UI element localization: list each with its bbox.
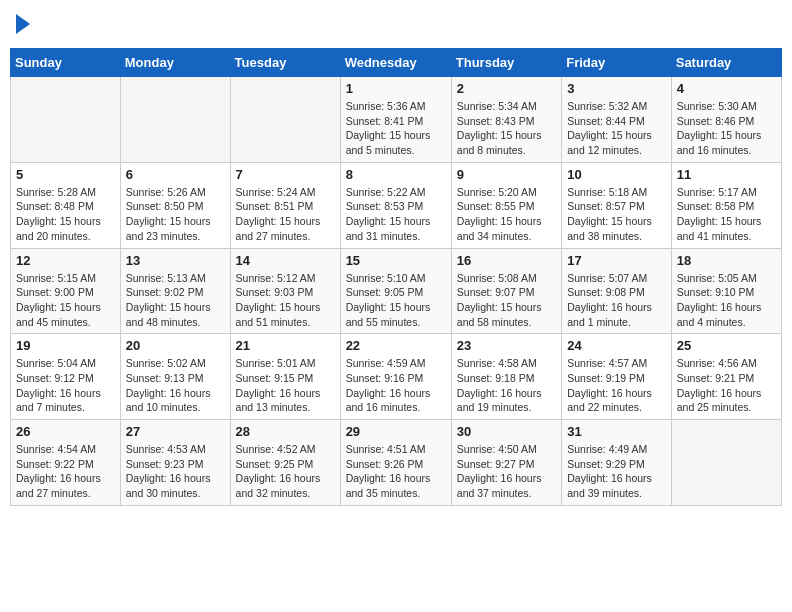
page-header	[10, 10, 782, 40]
weekday-header-saturday: Saturday	[671, 49, 781, 77]
day-info: Sunrise: 5:01 AM Sunset: 9:15 PM Dayligh…	[236, 356, 335, 415]
day-info: Sunrise: 4:51 AM Sunset: 9:26 PM Dayligh…	[346, 442, 446, 501]
day-info: Sunrise: 4:57 AM Sunset: 9:19 PM Dayligh…	[567, 356, 666, 415]
day-info: Sunrise: 5:30 AM Sunset: 8:46 PM Dayligh…	[677, 99, 776, 158]
day-info: Sunrise: 5:15 AM Sunset: 9:00 PM Dayligh…	[16, 271, 115, 330]
calendar-cell: 31Sunrise: 4:49 AM Sunset: 9:29 PM Dayli…	[562, 420, 672, 506]
day-number: 26	[16, 424, 115, 439]
day-info: Sunrise: 4:52 AM Sunset: 9:25 PM Dayligh…	[236, 442, 335, 501]
calendar-cell: 25Sunrise: 4:56 AM Sunset: 9:21 PM Dayli…	[671, 334, 781, 420]
calendar-week-row: 5Sunrise: 5:28 AM Sunset: 8:48 PM Daylig…	[11, 162, 782, 248]
day-info: Sunrise: 4:56 AM Sunset: 9:21 PM Dayligh…	[677, 356, 776, 415]
calendar-cell: 17Sunrise: 5:07 AM Sunset: 9:08 PM Dayli…	[562, 248, 672, 334]
calendar-cell: 15Sunrise: 5:10 AM Sunset: 9:05 PM Dayli…	[340, 248, 451, 334]
day-number: 8	[346, 167, 446, 182]
weekday-header-wednesday: Wednesday	[340, 49, 451, 77]
day-number: 18	[677, 253, 776, 268]
weekday-header-thursday: Thursday	[451, 49, 561, 77]
day-number: 29	[346, 424, 446, 439]
logo	[14, 16, 30, 34]
day-number: 27	[126, 424, 225, 439]
day-number: 7	[236, 167, 335, 182]
day-number: 15	[346, 253, 446, 268]
day-number: 12	[16, 253, 115, 268]
day-number: 28	[236, 424, 335, 439]
calendar-cell: 10Sunrise: 5:18 AM Sunset: 8:57 PM Dayli…	[562, 162, 672, 248]
day-info: Sunrise: 4:50 AM Sunset: 9:27 PM Dayligh…	[457, 442, 556, 501]
day-number: 2	[457, 81, 556, 96]
day-number: 17	[567, 253, 666, 268]
calendar-cell: 28Sunrise: 4:52 AM Sunset: 9:25 PM Dayli…	[230, 420, 340, 506]
day-number: 25	[677, 338, 776, 353]
calendar-week-row: 1Sunrise: 5:36 AM Sunset: 8:41 PM Daylig…	[11, 77, 782, 163]
day-info: Sunrise: 5:26 AM Sunset: 8:50 PM Dayligh…	[126, 185, 225, 244]
calendar-cell: 1Sunrise: 5:36 AM Sunset: 8:41 PM Daylig…	[340, 77, 451, 163]
day-number: 3	[567, 81, 666, 96]
calendar-cell: 2Sunrise: 5:34 AM Sunset: 8:43 PM Daylig…	[451, 77, 561, 163]
calendar-cell: 29Sunrise: 4:51 AM Sunset: 9:26 PM Dayli…	[340, 420, 451, 506]
day-number: 13	[126, 253, 225, 268]
day-info: Sunrise: 5:22 AM Sunset: 8:53 PM Dayligh…	[346, 185, 446, 244]
logo-arrow-icon	[16, 14, 30, 34]
day-info: Sunrise: 5:36 AM Sunset: 8:41 PM Dayligh…	[346, 99, 446, 158]
day-number: 22	[346, 338, 446, 353]
day-number: 30	[457, 424, 556, 439]
day-number: 4	[677, 81, 776, 96]
day-info: Sunrise: 5:34 AM Sunset: 8:43 PM Dayligh…	[457, 99, 556, 158]
day-info: Sunrise: 4:59 AM Sunset: 9:16 PM Dayligh…	[346, 356, 446, 415]
calendar-cell: 22Sunrise: 4:59 AM Sunset: 9:16 PM Dayli…	[340, 334, 451, 420]
calendar-cell: 6Sunrise: 5:26 AM Sunset: 8:50 PM Daylig…	[120, 162, 230, 248]
calendar-cell: 14Sunrise: 5:12 AM Sunset: 9:03 PM Dayli…	[230, 248, 340, 334]
weekday-header-tuesday: Tuesday	[230, 49, 340, 77]
day-info: Sunrise: 5:32 AM Sunset: 8:44 PM Dayligh…	[567, 99, 666, 158]
day-info: Sunrise: 5:18 AM Sunset: 8:57 PM Dayligh…	[567, 185, 666, 244]
day-number: 31	[567, 424, 666, 439]
calendar-cell: 16Sunrise: 5:08 AM Sunset: 9:07 PM Dayli…	[451, 248, 561, 334]
calendar-cell	[230, 77, 340, 163]
calendar-cell: 27Sunrise: 4:53 AM Sunset: 9:23 PM Dayli…	[120, 420, 230, 506]
day-info: Sunrise: 5:10 AM Sunset: 9:05 PM Dayligh…	[346, 271, 446, 330]
calendar-cell: 4Sunrise: 5:30 AM Sunset: 8:46 PM Daylig…	[671, 77, 781, 163]
calendar-week-row: 19Sunrise: 5:04 AM Sunset: 9:12 PM Dayli…	[11, 334, 782, 420]
day-number: 1	[346, 81, 446, 96]
day-info: Sunrise: 4:53 AM Sunset: 9:23 PM Dayligh…	[126, 442, 225, 501]
day-number: 5	[16, 167, 115, 182]
day-info: Sunrise: 5:05 AM Sunset: 9:10 PM Dayligh…	[677, 271, 776, 330]
calendar-cell: 26Sunrise: 4:54 AM Sunset: 9:22 PM Dayli…	[11, 420, 121, 506]
day-info: Sunrise: 5:17 AM Sunset: 8:58 PM Dayligh…	[677, 185, 776, 244]
calendar-cell: 13Sunrise: 5:13 AM Sunset: 9:02 PM Dayli…	[120, 248, 230, 334]
day-info: Sunrise: 4:58 AM Sunset: 9:18 PM Dayligh…	[457, 356, 556, 415]
calendar-cell: 5Sunrise: 5:28 AM Sunset: 8:48 PM Daylig…	[11, 162, 121, 248]
day-info: Sunrise: 5:08 AM Sunset: 9:07 PM Dayligh…	[457, 271, 556, 330]
day-info: Sunrise: 5:12 AM Sunset: 9:03 PM Dayligh…	[236, 271, 335, 330]
day-number: 19	[16, 338, 115, 353]
day-info: Sunrise: 5:04 AM Sunset: 9:12 PM Dayligh…	[16, 356, 115, 415]
calendar-cell: 3Sunrise: 5:32 AM Sunset: 8:44 PM Daylig…	[562, 77, 672, 163]
calendar-table: SundayMondayTuesdayWednesdayThursdayFrid…	[10, 48, 782, 506]
calendar-cell: 23Sunrise: 4:58 AM Sunset: 9:18 PM Dayli…	[451, 334, 561, 420]
day-info: Sunrise: 5:28 AM Sunset: 8:48 PM Dayligh…	[16, 185, 115, 244]
calendar-cell: 19Sunrise: 5:04 AM Sunset: 9:12 PM Dayli…	[11, 334, 121, 420]
day-info: Sunrise: 5:24 AM Sunset: 8:51 PM Dayligh…	[236, 185, 335, 244]
calendar-cell: 7Sunrise: 5:24 AM Sunset: 8:51 PM Daylig…	[230, 162, 340, 248]
day-number: 20	[126, 338, 225, 353]
calendar-cell: 9Sunrise: 5:20 AM Sunset: 8:55 PM Daylig…	[451, 162, 561, 248]
calendar-cell: 11Sunrise: 5:17 AM Sunset: 8:58 PM Dayli…	[671, 162, 781, 248]
calendar-cell: 18Sunrise: 5:05 AM Sunset: 9:10 PM Dayli…	[671, 248, 781, 334]
day-number: 24	[567, 338, 666, 353]
calendar-cell	[671, 420, 781, 506]
day-info: Sunrise: 4:54 AM Sunset: 9:22 PM Dayligh…	[16, 442, 115, 501]
day-number: 11	[677, 167, 776, 182]
weekday-header-monday: Monday	[120, 49, 230, 77]
calendar-cell: 24Sunrise: 4:57 AM Sunset: 9:19 PM Dayli…	[562, 334, 672, 420]
weekday-header-row: SundayMondayTuesdayWednesdayThursdayFrid…	[11, 49, 782, 77]
day-info: Sunrise: 5:07 AM Sunset: 9:08 PM Dayligh…	[567, 271, 666, 330]
calendar-cell	[120, 77, 230, 163]
day-info: Sunrise: 5:20 AM Sunset: 8:55 PM Dayligh…	[457, 185, 556, 244]
calendar-week-row: 12Sunrise: 5:15 AM Sunset: 9:00 PM Dayli…	[11, 248, 782, 334]
day-number: 16	[457, 253, 556, 268]
calendar-cell: 21Sunrise: 5:01 AM Sunset: 9:15 PM Dayli…	[230, 334, 340, 420]
weekday-header-sunday: Sunday	[11, 49, 121, 77]
day-info: Sunrise: 4:49 AM Sunset: 9:29 PM Dayligh…	[567, 442, 666, 501]
day-number: 6	[126, 167, 225, 182]
